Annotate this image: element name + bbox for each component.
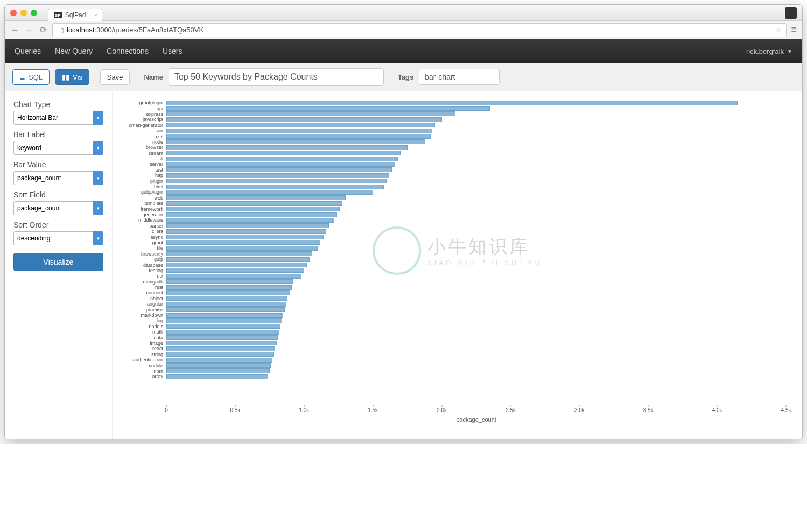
- bar-value-select[interactable]: [13, 171, 103, 185]
- browser-window: SP SqlPad × ← → ⟳ ▯ localhost:3000/queri…: [4, 4, 803, 439]
- bar-category-label: react: [118, 346, 166, 351]
- forward-icon[interactable]: →: [24, 25, 34, 35]
- bar[interactable]: [166, 195, 346, 200]
- bar[interactable]: [166, 139, 425, 144]
- nav-users[interactable]: Users: [163, 47, 183, 55]
- bar[interactable]: [166, 134, 431, 139]
- bar[interactable]: [166, 363, 271, 368]
- traffic-lights[interactable]: [10, 10, 37, 16]
- bar[interactable]: [166, 123, 435, 127]
- bar-track: [166, 212, 786, 217]
- bar[interactable]: [166, 279, 293, 284]
- bar[interactable]: [166, 129, 432, 133]
- bar[interactable]: [166, 346, 275, 351]
- nav-connections[interactable]: Connections: [107, 47, 149, 55]
- bar[interactable]: [166, 162, 395, 167]
- save-button[interactable]: Save: [100, 69, 130, 85]
- bar[interactable]: [166, 257, 310, 262]
- sort-order-select[interactable]: [13, 231, 103, 245]
- bar-row: math: [118, 329, 786, 335]
- tags-input[interactable]: [419, 69, 500, 85]
- bar[interactable]: [166, 240, 320, 245]
- bar-category-label: angular: [118, 301, 166, 307]
- bar[interactable]: [166, 268, 304, 273]
- visualize-button[interactable]: Visualize: [13, 253, 103, 271]
- bar-track: [166, 123, 786, 127]
- bar[interactable]: [166, 374, 268, 379]
- bar[interactable]: [166, 296, 287, 301]
- browser-tab[interactable]: SP SqlPad ×: [48, 9, 102, 21]
- sort-field-select[interactable]: [13, 201, 103, 215]
- bar[interactable]: [166, 157, 398, 161]
- bar[interactable]: [166, 117, 442, 122]
- bookmark-star-icon[interactable]: ☆: [775, 26, 782, 34]
- bar[interactable]: [166, 173, 389, 178]
- bar[interactable]: [166, 285, 292, 290]
- bar-row: web: [118, 195, 786, 201]
- vis-tab-button[interactable]: ▮▮ Vis: [55, 69, 89, 85]
- bar[interactable]: [166, 246, 318, 251]
- bar[interactable]: [166, 235, 324, 239]
- bar-track: [166, 129, 786, 133]
- bar-category-label: grunt: [118, 240, 166, 245]
- bar[interactable]: [166, 335, 278, 340]
- query-name-input[interactable]: [169, 68, 384, 86]
- bar-category-label: json: [118, 128, 166, 133]
- bar[interactable]: [166, 358, 272, 363]
- nav-queries[interactable]: Queries: [15, 47, 41, 55]
- bar[interactable]: [166, 179, 387, 183]
- user-menu[interactable]: rick.bergfalk ▼: [746, 47, 792, 55]
- bar[interactable]: [166, 151, 401, 155]
- bar[interactable]: [166, 352, 274, 357]
- bar[interactable]: [166, 223, 329, 228]
- bar[interactable]: [166, 251, 312, 256]
- back-icon[interactable]: ←: [10, 25, 20, 35]
- bar[interactable]: [166, 201, 342, 206]
- bar-category-label: parser: [118, 223, 166, 229]
- bar[interactable]: [166, 263, 307, 267]
- chart-type-select[interactable]: [13, 111, 103, 125]
- browser-menu-icon[interactable]: ≡: [791, 24, 797, 36]
- bar-row: grunt: [118, 240, 786, 245]
- bar[interactable]: [166, 145, 408, 150]
- bar-row: authentication: [118, 357, 786, 363]
- bar[interactable]: [166, 274, 301, 279]
- bar[interactable]: [166, 318, 282, 323]
- bar[interactable]: [166, 313, 283, 318]
- bar[interactable]: [166, 106, 490, 111]
- bar[interactable]: [166, 185, 384, 189]
- reload-icon[interactable]: ⟳: [38, 25, 48, 35]
- bar[interactable]: [166, 218, 334, 223]
- bar-row: image: [118, 341, 786, 346]
- close-tab-icon[interactable]: ×: [94, 12, 97, 18]
- profile-avatar-icon[interactable]: [785, 7, 797, 19]
- bar[interactable]: [166, 368, 270, 373]
- bar[interactable]: [166, 101, 738, 105]
- url-bar[interactable]: ▯ localhost:3000/queries/5FaAn8xtATQa50V…: [52, 23, 787, 37]
- bar-track: [166, 335, 786, 340]
- bar[interactable]: [166, 341, 277, 345]
- maximize-window-icon[interactable]: [31, 10, 37, 16]
- axis-tick: 4.0k: [712, 407, 722, 413]
- bar[interactable]: [166, 229, 326, 234]
- bar-row: http: [118, 173, 786, 178]
- bar-category-label: log: [118, 318, 166, 323]
- close-window-icon[interactable]: [10, 10, 17, 16]
- app-navbar: Queries New Query Connections Users rick…: [5, 39, 802, 63]
- bar[interactable]: [166, 290, 290, 295]
- bar-label-select[interactable]: [13, 141, 103, 155]
- sql-tab-button[interactable]: ≣ SQL: [12, 69, 50, 85]
- nav-new-query[interactable]: New Query: [55, 47, 93, 55]
- bar-row: browserify: [118, 251, 786, 257]
- bar[interactable]: [166, 190, 373, 195]
- bar[interactable]: [166, 324, 280, 329]
- bar[interactable]: [166, 302, 286, 307]
- bar[interactable]: [166, 307, 285, 312]
- bar-row: server: [118, 161, 786, 167]
- bar[interactable]: [166, 111, 455, 116]
- bar[interactable]: [166, 330, 279, 335]
- bar[interactable]: [166, 207, 340, 211]
- minimize-window-icon[interactable]: [20, 10, 27, 16]
- bar[interactable]: [166, 167, 392, 172]
- bar[interactable]: [166, 212, 337, 217]
